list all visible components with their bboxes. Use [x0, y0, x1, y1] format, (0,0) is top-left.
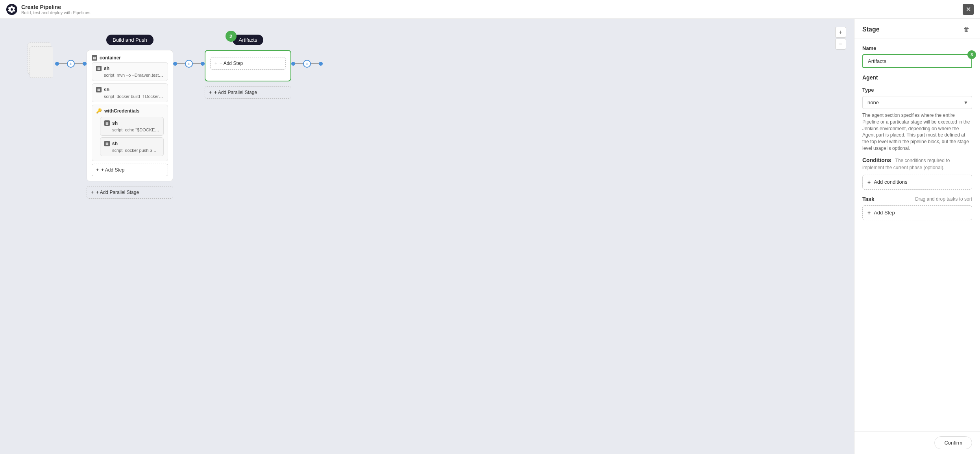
nested-step-1[interactable]: ▤ sh script echo "$DOCKER_PAS... [100, 117, 164, 136]
stage-1-add-step-button[interactable]: + + Add Step [92, 164, 168, 176]
mid-connector-line-2 [193, 63, 201, 64]
step-2-type: sh [104, 87, 109, 92]
right-panel-title: Stage [862, 26, 880, 33]
agent-section-title: Agent [862, 74, 972, 81]
plus-icon-conditions: + [867, 179, 871, 185]
connector-line-2 [75, 63, 83, 64]
app-logo [6, 4, 17, 15]
mid-connector-dot-left [173, 62, 177, 66]
name-input[interactable] [862, 54, 972, 68]
pipeline-canvas: + Build and Push ▤ container ▤ [0, 19, 854, 454]
stage-1-add-step-label: + Add Step [101, 167, 124, 173]
type-select[interactable]: none any label docker dockerfile [862, 96, 972, 109]
plus-icon-parallel-2: + [209, 90, 212, 95]
right-panel-body: Name 3 Agent Type none any label docker … [854, 39, 980, 431]
stage-2-label: Artifacts [233, 35, 264, 45]
container-label: container [100, 55, 121, 61]
stage-2-add-step-button[interactable]: + + Add Step [210, 57, 286, 70]
container-icon: ▤ [92, 55, 97, 61]
name-badge: 3 [967, 50, 976, 59]
container-header: ▤ container [92, 55, 168, 61]
stage-1-column: Build and Push ▤ container ▤ sh [87, 35, 173, 199]
agent-description: The agent section specifies where the en… [862, 112, 972, 152]
stage-1-add-parallel-label: + Add Parallel Stage [96, 190, 139, 195]
step-item-1[interactable]: ▤ sh script mvn –o –Dmaven.test.ski... [92, 62, 168, 81]
stage-2-add-parallel-label: + Add Parallel Stage [214, 90, 257, 95]
plus-icon-1: + [96, 167, 99, 173]
connector-plus-1[interactable]: + [67, 60, 75, 68]
connector-line-1 [59, 63, 67, 64]
stage-2-add-step-label: + Add Step [220, 61, 243, 66]
middle-connector: + [173, 60, 205, 68]
step-2-script: script docker build -f Dockerfil... [96, 94, 164, 99]
nested-step-2[interactable]: ▤ sh script docker push $REGIST... [100, 137, 164, 156]
right-panel-header: Stage 🗑 [854, 19, 980, 39]
with-credentials-label: withCredentials [104, 108, 139, 114]
stage-2-column: 2 Artifacts + + Add Step + + Add Paralle… [205, 35, 291, 99]
placeholder-rect-2 [30, 46, 53, 78]
left-connector: + [55, 60, 87, 68]
mid-connector-dot-right [201, 62, 205, 66]
type-field-label: Type [862, 87, 972, 93]
right-connector-plus[interactable]: + [303, 60, 311, 68]
stage-1-box: ▤ container ▤ sh script mvn –o –Dmaven.t… [87, 50, 173, 181]
task-desc: Drag and drop tasks to sort [915, 196, 972, 202]
header-left: Create Pipeline Build, test and deploy w… [6, 4, 91, 15]
right-panel-footer: Confirm [854, 431, 980, 454]
nested-step-1-icon: ▤ [104, 120, 110, 126]
step-1-header: ▤ sh [96, 66, 164, 71]
stage-1-add-parallel-button[interactable]: + + Add Parallel Stage [87, 186, 173, 199]
type-select-wrapper: none any label docker dockerfile ▼ [862, 96, 972, 109]
zoom-controls: + − [835, 27, 846, 50]
right-connector-dot-right [319, 62, 323, 66]
zoom-in-button[interactable]: + [835, 27, 846, 38]
panel-add-step-button[interactable]: + Add Step [862, 205, 972, 220]
add-conditions-button[interactable]: + Add conditions [862, 175, 972, 190]
stage-2-add-parallel-button[interactable]: + + Add Parallel Stage [205, 86, 291, 99]
page-subtitle: Build, test and deploy with Pipelines [21, 10, 91, 15]
main-area: + − + Build and Push [0, 19, 980, 454]
name-field-label: Name [862, 45, 972, 51]
nested-step-2-script: script docker push $REGIST... [104, 148, 159, 153]
step-1-script: script mvn –o –Dmaven.test.ski... [96, 73, 164, 78]
nested-step-2-icon: ▤ [104, 141, 110, 146]
page-title: Create Pipeline [21, 4, 91, 10]
plus-icon-2: + [214, 61, 217, 66]
step-item-2[interactable]: ▤ sh script docker build -f Dockerfil... [92, 83, 168, 102]
stage-1-label: Build and Push [106, 35, 153, 45]
mid-connector-line-1 [177, 63, 185, 64]
delete-button[interactable]: 🗑 [961, 25, 972, 34]
nested-step-2-type: sh [112, 141, 118, 146]
step-2-header: ▤ sh [96, 87, 164, 92]
with-credentials-header: 🔑 withCredentials [96, 108, 164, 114]
step-1-icon: ▤ [96, 66, 102, 71]
task-section: Task Drag and drop tasks to sort [862, 196, 972, 202]
key-icon: 🔑 [96, 108, 102, 114]
stage-2-number-badge: 2 [226, 31, 237, 42]
nested-step-1-header: ▤ sh [104, 120, 159, 126]
left-placeholder [24, 35, 55, 82]
mid-connector-plus[interactable]: + [185, 60, 193, 68]
stage-2-box: + + Add Step [205, 50, 291, 81]
right-panel: Stage 🗑 Name 3 Agent Type none any label… [854, 19, 980, 454]
step-1-type: sh [104, 66, 109, 71]
panel-add-step-label: Add Step [874, 210, 895, 216]
with-credentials-block[interactable]: 🔑 withCredentials ▤ sh script echo "$DOC… [92, 105, 168, 161]
plus-icon-parallel-1: + [91, 190, 94, 195]
add-conditions-label: Add conditions [874, 179, 907, 185]
plus-icon-step: + [867, 210, 871, 216]
name-input-wrapper: 3 [862, 54, 972, 68]
nested-step-2-header: ▤ sh [104, 141, 159, 146]
step-2-icon: ▤ [96, 87, 102, 92]
nested-step-1-script: script echo "$DOCKER_PAS... [104, 127, 159, 132]
conditions-section: Conditions The conditions required to im… [862, 157, 972, 171]
header: Create Pipeline Build, test and deploy w… [0, 0, 980, 19]
confirm-button[interactable]: Confirm [934, 436, 972, 449]
connector-dot-right [83, 62, 87, 66]
header-title-group: Create Pipeline Build, test and deploy w… [21, 4, 91, 15]
zoom-out-button[interactable]: − [835, 39, 846, 50]
right-connector-line-2 [311, 63, 319, 64]
close-button[interactable]: ✕ [963, 4, 974, 15]
right-connector: + [291, 60, 323, 68]
connector-dot-left [55, 62, 59, 66]
